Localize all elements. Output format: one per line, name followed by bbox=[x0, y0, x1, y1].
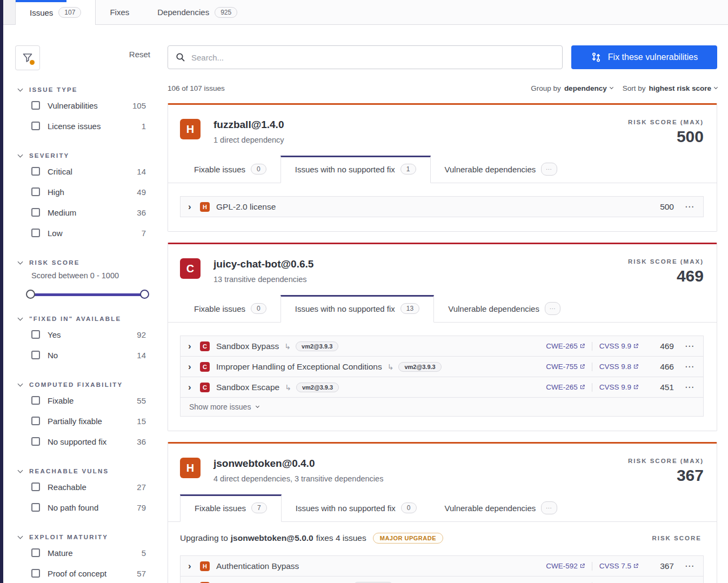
filter-option-medium[interactable]: Medium 36 bbox=[31, 202, 146, 223]
filter-option-no-supported-fix[interactable]: No supported fix 36 bbox=[31, 431, 146, 452]
cwe-link[interactable]: CWE-592 bbox=[546, 562, 585, 570]
checkbox[interactable] bbox=[31, 569, 40, 578]
dependency-chip[interactable]: vm2@3.9.3 bbox=[296, 383, 339, 392]
checkbox[interactable] bbox=[31, 122, 40, 130]
issue-title: Sandbox Escape bbox=[216, 383, 279, 392]
dependency-chip[interactable]: vm2@3.9.3 bbox=[398, 362, 441, 372]
checkbox[interactable] bbox=[31, 417, 40, 425]
external-link-icon bbox=[580, 385, 585, 390]
checkbox[interactable] bbox=[31, 548, 40, 557]
filter-option-license-issues[interactable]: License issues 1 bbox=[31, 116, 146, 136]
row-menu-icon[interactable]: ⋯ bbox=[685, 201, 694, 212]
checkbox[interactable] bbox=[31, 167, 40, 176]
issue-row[interactable]: › H Forgeable Public/Private Tokens ↳ jw… bbox=[180, 576, 704, 583]
row-menu-icon[interactable]: ⋯ bbox=[685, 581, 694, 583]
filter-option-mature[interactable]: Mature 5 bbox=[31, 542, 146, 563]
cwe-link[interactable]: CWE-755 bbox=[546, 363, 585, 371]
risk-score-slider[interactable] bbox=[30, 290, 145, 299]
card-tab-no-supported-fix[interactable]: Issues with no supported fix 13 bbox=[280, 295, 434, 323]
filter-option-yes[interactable]: Yes 92 bbox=[31, 324, 146, 345]
card-tab-fixable-issues[interactable]: Fixable issues 0 bbox=[180, 295, 280, 322]
card-tab-no-supported-fix[interactable]: Issues with no supported fix 1 bbox=[280, 156, 431, 183]
expand-chevron-icon[interactable]: › bbox=[188, 561, 200, 572]
filter-option-vulnerabilities[interactable]: Vulnerabilities 105 bbox=[31, 95, 146, 116]
reset-filters-link[interactable]: Reset bbox=[129, 50, 150, 59]
card-tab-vulnerable-dependencies[interactable]: Vulnerable dependencies ... bbox=[431, 156, 571, 183]
fix-vulnerabilities-button[interactable]: Fix these vulnerabilities bbox=[571, 45, 717, 69]
row-menu-icon[interactable]: ⋯ bbox=[685, 381, 694, 393]
checkbox[interactable] bbox=[31, 396, 40, 405]
checkbox[interactable] bbox=[31, 330, 40, 339]
external-link-icon bbox=[633, 364, 638, 369]
expand-chevron-icon[interactable]: › bbox=[188, 341, 200, 352]
search-box[interactable] bbox=[168, 45, 563, 69]
filter-option-no[interactable]: No 14 bbox=[31, 345, 146, 365]
issue-title: Authentication Bypass bbox=[216, 561, 299, 571]
checkbox[interactable] bbox=[31, 503, 40, 512]
issue-row[interactable]: › H Authentication Bypass CWE-592 CVSS 7… bbox=[180, 555, 704, 577]
expand-chevron-icon[interactable]: › bbox=[188, 581, 200, 583]
checkbox[interactable] bbox=[31, 101, 40, 110]
issue-row[interactable]: › C Sandbox Escape ↳ vm2@3.9.3 CWE-265 C… bbox=[180, 377, 704, 398]
card-tab-vulnerable-dependencies[interactable]: Vulnerable dependencies ... bbox=[434, 295, 575, 322]
filter-option-high[interactable]: High 49 bbox=[31, 182, 146, 202]
filter-option-reachable[interactable]: Reachable 27 bbox=[31, 477, 146, 497]
filter-section-issue-type[interactable]: ISSUE TYPE bbox=[18, 86, 150, 93]
checkbox[interactable] bbox=[31, 351, 40, 359]
cvss-link[interactable]: CVSS 9.8 bbox=[599, 363, 638, 371]
cvss-link[interactable]: CVSS 7.5 bbox=[599, 562, 638, 570]
filter-section-severity[interactable]: SEVERITY bbox=[18, 152, 150, 159]
chevron-down-icon bbox=[18, 152, 23, 157]
filter-button[interactable] bbox=[15, 45, 40, 70]
cvss-link[interactable]: CVSS 9.9 bbox=[599, 342, 638, 350]
card-tab-no-supported-fix[interactable]: Issues with no supported fix 0 bbox=[282, 494, 431, 521]
chevron-down-icon bbox=[610, 85, 613, 89]
checkbox[interactable] bbox=[31, 483, 40, 491]
dependency-chip[interactable]: vm2@3.9.3 bbox=[296, 341, 338, 351]
cwe-link[interactable]: CWE-265 bbox=[546, 342, 585, 350]
filter-section-fixed-in-available[interactable]: "FIXED IN" AVAILABLE bbox=[18, 316, 150, 322]
checkbox[interactable] bbox=[31, 208, 40, 217]
risk-score-label: RISK SCORE (MAX) bbox=[628, 258, 704, 265]
cvss-link[interactable]: CVSS 9.9 bbox=[599, 383, 638, 391]
filter-section-computed-fixability[interactable]: COMPUTED FIXABILITY bbox=[18, 381, 150, 388]
row-menu-icon[interactable]: ⋯ bbox=[685, 361, 694, 372]
row-menu-icon[interactable]: ⋯ bbox=[685, 560, 694, 572]
filter-option-partially-fixable[interactable]: Partially fixable 15 bbox=[31, 411, 146, 431]
show-more-issues-button[interactable]: Show more issues bbox=[180, 397, 704, 417]
row-menu-icon[interactable]: ⋯ bbox=[685, 340, 694, 352]
sort-by-dropdown[interactable]: Sort by highest risk score bbox=[623, 84, 717, 92]
expand-chevron-icon[interactable]: › bbox=[188, 361, 200, 372]
card-tab-vulnerable-dependencies[interactable]: Vulnerable dependencies ... bbox=[431, 494, 571, 521]
severity-badge-critical: C bbox=[200, 383, 210, 392]
filter-option-low[interactable]: Low 7 bbox=[31, 223, 146, 243]
expand-chevron-icon[interactable]: › bbox=[188, 202, 200, 212]
cwe-link[interactable]: CWE-265 bbox=[546, 383, 585, 391]
filter-section-risk-score[interactable]: RISK SCORE bbox=[18, 259, 150, 266]
issue-row[interactable]: › H GPL-2.0 license 500 ⋯ bbox=[180, 196, 704, 217]
filter-option-no-path-found[interactable]: No path found 79 bbox=[31, 497, 146, 518]
checkbox[interactable] bbox=[31, 187, 40, 196]
tab-fixes[interactable]: Fixes bbox=[96, 0, 143, 24]
filter-option-fixable[interactable]: Fixable 55 bbox=[31, 390, 146, 411]
issue-row[interactable]: › C Improper Handling of Exceptional Con… bbox=[180, 356, 704, 377]
checkbox[interactable] bbox=[31, 437, 40, 446]
filter-option-critical[interactable]: Critical 14 bbox=[31, 161, 146, 182]
dependency-hook-icon: ↳ bbox=[388, 363, 394, 371]
checkbox[interactable] bbox=[31, 229, 40, 237]
search-input[interactable] bbox=[191, 53, 555, 62]
filter-section-reachable-vulns[interactable]: REACHABLE VULNS bbox=[18, 468, 150, 474]
slider-handle-max[interactable] bbox=[140, 290, 149, 299]
expand-chevron-icon[interactable]: › bbox=[188, 382, 200, 393]
card-tab-fixable-issues[interactable]: Fixable issues 7 bbox=[180, 494, 282, 522]
tab-issues[interactable]: Issues 107 bbox=[15, 0, 96, 25]
filter-option-proof-of-concept[interactable]: Proof of concept 57 bbox=[31, 563, 146, 583]
card-tab-fixable-issues[interactable]: Fixable issues 0 bbox=[180, 156, 280, 183]
group-by-dropdown[interactable]: Group by dependency bbox=[531, 84, 612, 92]
tab-issues-count-badge: 107 bbox=[58, 7, 81, 18]
tab-dependencies[interactable]: Dependencies 925 bbox=[143, 0, 251, 24]
external-link-icon bbox=[580, 564, 585, 568]
filter-section-exploit-maturity[interactable]: EXPLOIT MATURITY bbox=[18, 534, 150, 540]
issue-row[interactable]: › C Sandbox Bypass ↳ vm2@3.9.3 CWE-265 C… bbox=[180, 336, 704, 357]
slider-handle-min[interactable] bbox=[26, 290, 35, 299]
